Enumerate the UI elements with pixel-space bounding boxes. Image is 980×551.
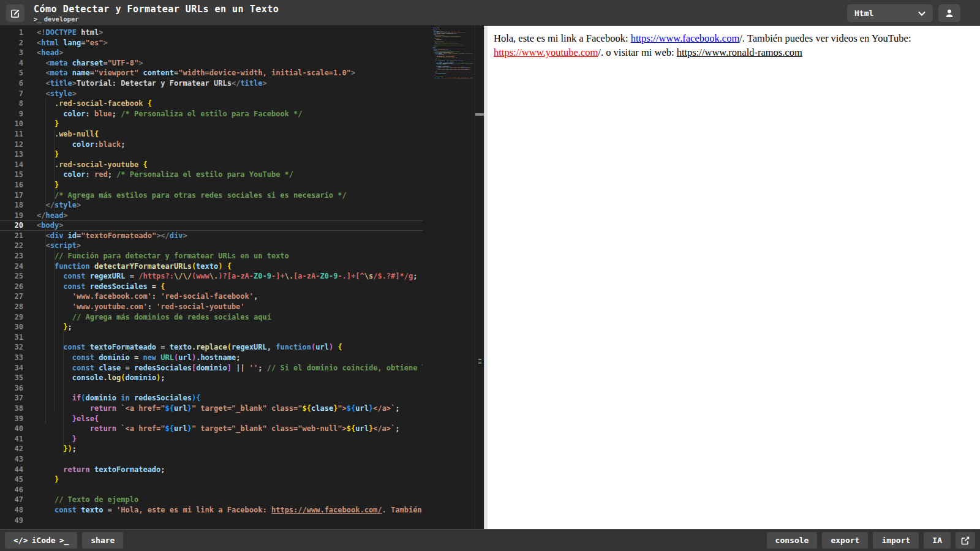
edit-title-button[interactable] xyxy=(6,4,24,22)
code-token: /* Agrega más estilos para otras redes s… xyxy=(434,45,465,45)
code-line[interactable]: } xyxy=(0,474,423,485)
code-token: ; xyxy=(68,323,72,331)
code-token: hostname xyxy=(200,353,236,362)
editor-scrollbar[interactable] xyxy=(475,26,484,529)
code-line[interactable]: </head> xyxy=(0,211,423,221)
code-line[interactable]: } xyxy=(0,119,423,129)
open-external-button[interactable] xyxy=(956,532,975,549)
code-token: > xyxy=(72,79,77,88)
code-token: < xyxy=(45,79,50,88)
code-line[interactable]: 'www.facebook.com': 'red-social-facebook… xyxy=(0,291,423,302)
ia-button[interactable]: IA xyxy=(924,532,951,549)
code-line[interactable]: // Función para detectar y formatear URL… xyxy=(0,251,423,261)
code-token: </ xyxy=(160,231,169,240)
code-line[interactable]: function detectarYFormatearURLs(texto) { xyxy=(0,261,423,272)
code-line[interactable] xyxy=(0,485,423,495)
code-token: .red-social-youtube xyxy=(55,160,138,169)
user-icon xyxy=(944,9,954,18)
code-line[interactable]: <meta charset="UTF-8"> xyxy=(0,58,423,69)
code-line[interactable]: } xyxy=(0,149,423,160)
code-line[interactable]: </style> xyxy=(0,200,423,211)
preview-text: Hola, este es mi link a Facebook: https:… xyxy=(488,26,980,65)
user-account-button[interactable] xyxy=(938,4,960,22)
code-token: ; xyxy=(446,73,447,74)
code-token: ${ xyxy=(303,404,311,413)
code-token: html xyxy=(41,39,59,47)
code-token: > xyxy=(77,201,81,209)
code-token: { xyxy=(337,343,342,351)
code-token: > xyxy=(435,47,436,47)
code-token: charset xyxy=(68,59,104,67)
code-line[interactable]: const texto = 'Hola, este es mi link a F… xyxy=(0,505,423,515)
code-line[interactable]: <html lang="es"> xyxy=(0,38,423,48)
code-line[interactable]: <script> xyxy=(0,241,423,251)
language-selector[interactable]: Html xyxy=(847,4,933,22)
code-line[interactable]: <!DOCTYPE html> xyxy=(0,28,423,38)
code-line[interactable]: <body> xyxy=(0,220,423,231)
code-token: </ xyxy=(37,211,45,220)
code-line[interactable]: // Texto de ejemplo xyxy=(0,495,423,505)
code-editor-pane[interactable]: 1234567891011121314151617181920212223242… xyxy=(0,26,484,529)
code-line[interactable]: color: red; /* Personaliza el estilo par… xyxy=(0,170,423,180)
share-button[interactable]: share xyxy=(82,532,123,549)
code-line[interactable]: return textoFormateado; xyxy=(0,465,423,475)
code-token: }) xyxy=(63,444,72,453)
code-token: = xyxy=(130,353,143,362)
code-line[interactable]: <style> xyxy=(0,89,423,99)
code-token: name xyxy=(68,69,90,77)
code-line[interactable]: .red-social-youtube { xyxy=(0,160,423,170)
code-token: /* Personaliza el estilo para YouTube */ xyxy=(116,170,293,179)
code-line[interactable]: .red-social-facebook { xyxy=(0,99,423,109)
scrollbar-thumb[interactable] xyxy=(475,113,484,116)
code-line[interactable]: color: blue; /* Personaliza el estilo pa… xyxy=(0,109,423,119)
console-label: console xyxy=(775,536,809,545)
code-line[interactable] xyxy=(429,79,473,80)
preview-link[interactable]: https://www.facebook.com xyxy=(631,32,740,44)
code-token: ; xyxy=(112,110,121,118)
preview-link[interactable]: https://www.ronald-ramos.com xyxy=(677,47,802,58)
code-token: Z0-9 xyxy=(320,272,337,280)
code-token: -.]+[^ xyxy=(337,272,364,280)
console-button[interactable]: console xyxy=(767,532,818,549)
icode-button[interactable]: </> iCode >_ xyxy=(5,532,77,549)
code-line[interactable]: <div id="textoFormateado"></div> xyxy=(0,231,423,241)
code-line[interactable]: <title>Tutorial: Detectar y Formatear UR… xyxy=(0,78,423,89)
code-token: console xyxy=(72,373,104,382)
code-token: 'www.facebook.com' xyxy=(72,292,152,301)
code-token: function xyxy=(55,262,90,271)
code-token: : xyxy=(148,302,156,311)
code-line[interactable]: }; xyxy=(0,322,423,332)
code-token: textoFormateado xyxy=(90,465,161,474)
code-line[interactable] xyxy=(0,454,423,465)
code-token: > xyxy=(72,89,77,98)
code-line[interactable]: 'www.youtube.com': 'red-social-youtube' xyxy=(0,302,423,312)
code-line[interactable]: const texto = 'Hola, este es mi link a F… xyxy=(429,78,473,79)
indent-guide xyxy=(63,332,64,454)
export-button[interactable]: export xyxy=(822,532,868,549)
code-line[interactable]: // Agrega más dominios de redes sociales… xyxy=(0,312,423,323)
code-line[interactable]: } xyxy=(0,180,423,190)
code-token: title xyxy=(50,79,72,88)
code-line[interactable]: /* Agrega más estilos para otras redes s… xyxy=(0,190,423,201)
code-token: ${ xyxy=(347,424,355,433)
code-line[interactable] xyxy=(0,515,423,526)
code-token: > xyxy=(456,33,457,34)
code-token: function xyxy=(276,343,311,351)
code-token: " target="_blank" class=" xyxy=(192,404,303,413)
code-line[interactable]: color:black; xyxy=(0,140,423,150)
code-token: dominio xyxy=(126,373,157,382)
import-button[interactable]: import xyxy=(873,532,919,549)
code-token: // Si el dominio coincide, obtiene l xyxy=(457,63,473,64)
preview-link[interactable]: https://www.youtube.com xyxy=(494,47,598,58)
code-token: ; xyxy=(442,39,442,40)
minimap[interactable]: <!DOCTYPE html><html lang="es"><head> <m… xyxy=(429,28,474,527)
code-token: head xyxy=(41,48,59,57)
code-line[interactable]: <head> xyxy=(0,48,423,58)
code-token: > xyxy=(63,211,67,220)
code-line[interactable]: <meta name="viewport" content="width=dev… xyxy=(0,68,423,78)
code-token xyxy=(222,262,227,271)
code-line[interactable]: .web-null{ xyxy=(0,129,423,140)
code-line[interactable]: const regexURL = /https?:\/\/(www\.)?[a-… xyxy=(0,271,423,282)
code-token: "width=device-width, initial-scale=1.0" xyxy=(178,69,351,77)
code-line[interactable]: const redesSociales = { xyxy=(0,282,423,292)
